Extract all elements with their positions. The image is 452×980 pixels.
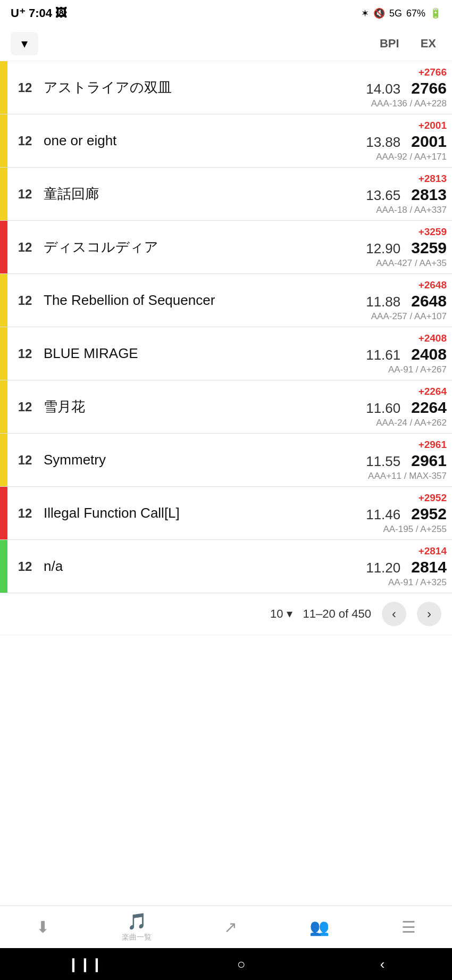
difficulty-color-bar <box>0 434 7 486</box>
bpi-ex-values: 11.55 2961 <box>366 452 447 470</box>
table-row[interactable]: 12 Symmetry +2961 11.55 2961 AAA+11 / MA… <box>0 434 452 487</box>
score-section: +2961 11.55 2961 AAA+11 / MAX-357 <box>366 439 447 481</box>
bpi-ex-values: 11.88 2648 <box>366 292 447 310</box>
level-number: 12 <box>12 187 38 202</box>
ex-plus-label: +2001 <box>418 120 447 131</box>
header-row: ▾ BPI EX <box>0 27 452 61</box>
ex-value: 2813 <box>411 186 447 204</box>
nav-menu[interactable]: ☰ <box>401 918 416 936</box>
ex-plus-label: +2814 <box>418 545 447 557</box>
bpi-ex-values: 11.20 2814 <box>366 558 447 576</box>
song-title: one or eight <box>38 132 366 149</box>
row-content: 12 n/a +2814 11.20 2814 AA-91 / A+325 <box>7 540 452 593</box>
table-row[interactable]: 12 ディスコルディア +3259 12.90 3259 AAA-427 / A… <box>0 221 452 274</box>
table-row[interactable]: 12 雪月花 +2264 11.60 2264 AAA-24 / AA+262 <box>0 380 452 434</box>
ex-plus-label: +2264 <box>418 386 447 397</box>
grade-info: AAA-24 / AA+262 <box>376 418 447 428</box>
music-icon: 🎵 <box>127 912 147 931</box>
grade-info: AAA-427 / AA+35 <box>376 258 447 269</box>
bpi-value: 11.20 <box>366 560 400 576</box>
grade-info: AA-91 / A+325 <box>388 577 447 588</box>
table-row[interactable]: 12 The Rebellion of Sequencer +2648 11.8… <box>0 274 452 327</box>
nav-song-list[interactable]: 🎵 楽曲一覧 <box>122 912 152 942</box>
score-section: +2264 11.60 2264 AAA-24 / AA+262 <box>366 386 447 428</box>
android-recent-button[interactable]: ❙❙❙ <box>57 952 113 977</box>
ex-column-header: EX <box>421 37 436 51</box>
prev-page-button[interactable]: ‹ <box>382 602 406 626</box>
score-section: +2648 11.88 2648 AAA-257 / AA+107 <box>366 279 447 322</box>
nav-trend[interactable]: ↗ <box>224 918 237 936</box>
next-page-button[interactable]: › <box>417 602 441 626</box>
battery-icon: 🔋 <box>430 7 441 19</box>
table-row[interactable]: 12 Illegal Function Call[L] +2952 11.46 … <box>0 487 452 540</box>
bpi-value: 12.90 <box>366 240 400 257</box>
difficulty-color-bar <box>0 540 7 593</box>
page-range-info: 11–20 of 450 <box>303 607 371 621</box>
nav-users[interactable]: 👥 <box>309 918 329 936</box>
song-title: 雪月花 <box>38 397 366 416</box>
page-size-selector[interactable]: 10 ▾ <box>270 607 292 621</box>
bpi-value: 11.61 <box>366 347 400 363</box>
bpi-ex-values: 14.03 2766 <box>366 79 447 97</box>
score-section: +2814 11.20 2814 AA-91 / A+325 <box>366 545 447 588</box>
song-title: The Rebellion of Sequencer <box>38 292 366 309</box>
bottom-nav: ⬇ 🎵 楽曲一覧 ↗ 👥 ☰ <box>0 906 452 948</box>
next-icon: › <box>427 607 431 621</box>
mute-icon: 🔇 <box>373 7 385 19</box>
level-number: 12 <box>12 134 38 148</box>
bpi-ex-values: 11.46 2952 <box>366 505 447 523</box>
difficulty-color-bar <box>0 114 7 167</box>
table-row[interactable]: 12 童話回廊 +2813 13.65 2813 AAA-18 / AA+337 <box>0 168 452 221</box>
ex-value: 2814 <box>411 558 447 576</box>
score-section: +3259 12.90 3259 AAA-427 / AA+35 <box>366 226 447 269</box>
nav-song-list-label: 楽曲一覧 <box>122 933 152 942</box>
table-row[interactable]: 12 one or eight +2001 13.88 2001 AAA-92 … <box>0 114 452 168</box>
ex-value: 3259 <box>411 239 447 257</box>
ex-value: 2001 <box>411 132 447 151</box>
collapse-button[interactable]: ▾ <box>11 32 38 55</box>
users-icon: 👥 <box>309 918 329 936</box>
song-table: 12 アストライアの双皿 +2766 14.03 2766 AAA-136 / … <box>0 61 452 593</box>
level-number: 12 <box>12 559 38 574</box>
song-title: アストライアの双皿 <box>38 78 366 97</box>
row-content: 12 アストライアの双皿 +2766 14.03 2766 AAA-136 / … <box>7 61 452 114</box>
ex-plus-label: +2813 <box>418 173 447 185</box>
table-row[interactable]: 12 アストライアの双皿 +2766 14.03 2766 AAA-136 / … <box>0 61 452 114</box>
grade-info: AA-195 / A+255 <box>383 524 447 535</box>
score-section: +2766 14.03 2766 AAA-136 / AA+228 <box>366 67 447 109</box>
difficulty-color-bar <box>0 274 7 327</box>
ex-plus-label: +3259 <box>418 226 447 238</box>
table-row[interactable]: 12 BLUE MIRAGE +2408 11.61 2408 AA-91 / … <box>0 327 452 380</box>
bluetooth-icon: ✶ <box>361 7 369 19</box>
android-home-button[interactable]: ○ <box>227 952 256 977</box>
level-number: 12 <box>12 293 38 308</box>
score-section: +2001 13.88 2001 AAA-92 / AA+171 <box>366 120 447 162</box>
difficulty-color-bar <box>0 221 7 273</box>
ex-plus-label: +2408 <box>418 333 447 344</box>
android-back-button[interactable]: ‹ <box>370 952 396 977</box>
bpi-ex-values: 12.90 3259 <box>366 239 447 257</box>
song-title: 童話回廊 <box>38 185 366 203</box>
difficulty-color-bar <box>0 168 7 220</box>
table-row[interactable]: 12 n/a +2814 11.20 2814 AA-91 / A+325 <box>0 540 452 593</box>
pagination-row: 10 ▾ 11–20 of 450 ‹ › <box>0 593 452 635</box>
bpi-value: 11.88 <box>366 294 400 310</box>
time-label: 7:04 <box>29 6 52 20</box>
difficulty-color-bar <box>0 61 7 114</box>
score-section: +2408 11.61 2408 AA-91 / A+267 <box>366 333 447 375</box>
grade-info: AAA-136 / AA+228 <box>371 98 447 109</box>
song-title: ディスコルディア <box>38 238 366 256</box>
song-title: Symmetry <box>38 452 366 468</box>
row-content: 12 The Rebellion of Sequencer +2648 11.8… <box>7 274 452 327</box>
grade-info: AA-91 / A+267 <box>388 364 447 375</box>
score-section: +2813 13.65 2813 AAA-18 / AA+337 <box>366 173 447 215</box>
nav-download[interactable]: ⬇ <box>36 918 49 936</box>
bpi-value: 11.60 <box>366 400 400 417</box>
status-bar: U⁺ 7:04 🖼 ✶ 🔇 5G 67% 🔋 <box>0 0 452 27</box>
row-content: 12 雪月花 +2264 11.60 2264 AAA-24 / AA+262 <box>7 380 452 433</box>
level-number: 12 <box>12 453 38 468</box>
grade-info: AAA+11 / MAX-357 <box>368 471 447 481</box>
row-content: 12 Illegal Function Call[L] +2952 11.46 … <box>7 487 452 539</box>
carrier-label: U⁺ <box>11 6 26 20</box>
row-content: 12 ディスコルディア +3259 12.90 3259 AAA-427 / A… <box>7 221 452 273</box>
